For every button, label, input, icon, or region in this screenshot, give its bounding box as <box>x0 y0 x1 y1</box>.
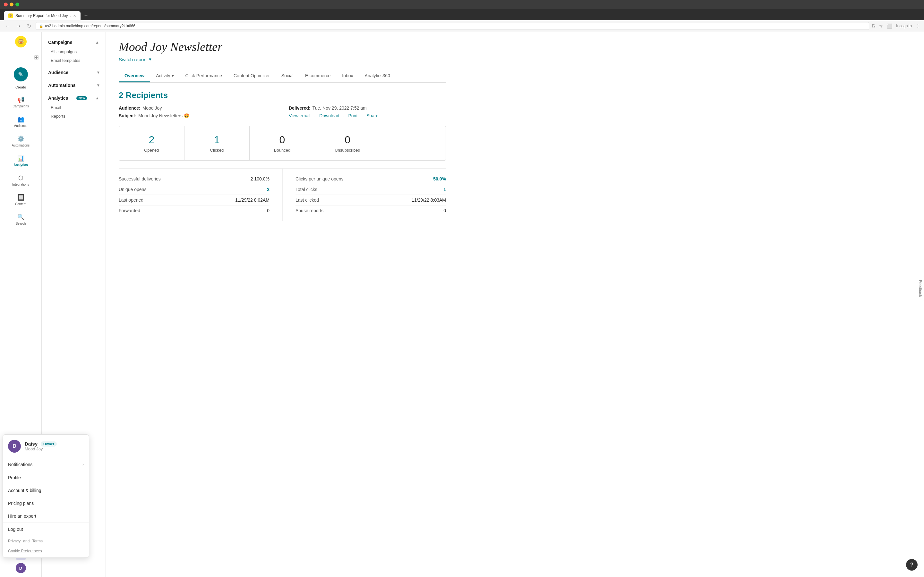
automations-header[interactable]: Automations ▾ <box>42 80 105 90</box>
sidebar-label-campaigns: Campaigns <box>13 105 29 108</box>
cast-icon[interactable]: ⎘ <box>872 23 875 29</box>
email-actions: View email · Download · Print · Share <box>289 113 446 118</box>
account-billing-label: Account & billing <box>8 488 41 493</box>
email-templates-item[interactable]: Email templates <box>42 56 105 65</box>
last-clicked-value: 11/29/22 8:03AM <box>412 197 446 203</box>
menu-icon[interactable]: ⋮ <box>916 23 920 29</box>
audience-label: Audience: <box>119 105 141 111</box>
data-row-last-opened: Last opened 11/29/22 8:02AM <box>119 195 270 205</box>
tab-activity[interactable]: Activity ▾ <box>150 70 179 82</box>
activity-dropdown[interactable]: Activity ▾ <box>156 73 174 78</box>
sidebar-item-automations[interactable]: ⚙️ Automations <box>3 132 39 150</box>
last-clicked-label: Last clicked <box>296 197 319 203</box>
share-link[interactable]: Share <box>367 113 378 118</box>
analytics-header[interactable]: Analytics New ▲ <box>42 93 105 103</box>
create-button[interactable]: ✎ <box>14 67 28 81</box>
terms-link[interactable]: Terms <box>32 539 43 543</box>
analytics-reports-item[interactable]: Reports <box>42 112 105 121</box>
unique-opens-value: 2 <box>267 187 270 192</box>
cookie-preferences-link[interactable]: Cookie Preferences <box>8 549 42 553</box>
menu-item-account-billing[interactable]: Account & billing <box>3 484 89 497</box>
maximize-window-button[interactable] <box>15 3 19 6</box>
sidebar-item-campaigns[interactable]: 📢 Campaigns <box>3 93 39 111</box>
stat-placeholder <box>380 126 446 160</box>
automations-section: Automations ▾ <box>42 80 105 90</box>
refresh-button[interactable]: ↻ <box>26 23 32 30</box>
user-menu-org: Mood Joy <box>25 446 57 451</box>
tab-bar: 🐵 Summary Report for Mood Joy... × + <box>0 9 924 20</box>
tab-social[interactable]: Social <box>276 70 299 82</box>
feedback-tab[interactable]: Feedback <box>916 276 924 301</box>
bounced-number: 0 <box>255 134 310 146</box>
delivered-label: Delivered: <box>289 105 310 111</box>
data-row-clicks-per-opens: Clicks per unique opens 50.0% <box>296 174 446 184</box>
abuse-reports-value: 0 <box>443 208 446 213</box>
new-tab-button[interactable]: + <box>82 11 90 20</box>
menu-item-hire-expert[interactable]: Hire an expert <box>3 510 89 522</box>
privacy-link[interactable]: Privacy <box>8 539 21 543</box>
sidebar-item-content[interactable]: 🔲 Content <box>3 191 39 209</box>
menu-item-notifications[interactable]: Notifications › <box>3 458 89 471</box>
tab-click-performance[interactable]: Click Performance <box>180 70 228 82</box>
incognito-label: Incognito <box>896 24 912 28</box>
minimize-window-button[interactable] <box>10 3 13 6</box>
tab-ecommerce[interactable]: E-commerce <box>299 70 336 82</box>
user-avatar-button[interactable]: D <box>16 563 26 573</box>
bookmark-icon[interactable]: ☆ <box>879 23 883 29</box>
audience-chevron-icon: ▾ <box>97 70 99 75</box>
tab-close-button[interactable]: × <box>73 13 76 18</box>
back-button[interactable]: ← <box>4 23 11 29</box>
footer-and: and <box>23 539 29 543</box>
campaigns-header[interactable]: Campaigns ▲ <box>42 37 105 47</box>
menu-item-profile[interactable]: Profile <box>3 471 89 484</box>
sidebar-toggle-button[interactable]: ⊞ <box>34 54 39 61</box>
address-bar[interactable]: 🔒 us21.admin.mailchimp.com/reports/summa… <box>36 22 869 30</box>
view-email-link[interactable]: View email <box>289 113 310 118</box>
sidebar-item-audience[interactable]: 👥 Audience <box>3 113 39 131</box>
pricing-label: Pricing plans <box>8 501 34 506</box>
print-link[interactable]: Print <box>348 113 357 118</box>
campaigns-chevron-icon: ▲ <box>95 40 99 45</box>
tab-title: Summary Report for Mood Joy... <box>15 13 71 18</box>
secure-icon: 🔒 <box>39 24 43 28</box>
help-button[interactable]: ? <box>906 559 918 571</box>
download-link[interactable]: Download <box>319 113 339 118</box>
unsubscribed-number: 0 <box>320 134 375 146</box>
sidebar-label-analytics: Analytics <box>13 163 27 167</box>
tab-analytics360[interactable]: Analytics360 <box>359 70 396 82</box>
stat-clicked: 1 Clicked <box>184 126 250 160</box>
active-tab[interactable]: 🐵 Summary Report for Mood Joy... × <box>4 11 81 20</box>
extension-icon[interactable]: ⬜ <box>887 23 892 29</box>
data-row-forwarded: Forwarded 0 <box>119 205 270 216</box>
data-col-left: Successful deliveries 2 100.0% Unique op… <box>119 169 282 221</box>
sidebar-item-analytics[interactable]: 📊 Analytics <box>3 152 39 170</box>
stat-bounced: 0 Bounced <box>250 126 315 160</box>
menu-item-pricing[interactable]: Pricing plans <box>3 497 89 510</box>
clicked-number: 1 <box>190 134 244 146</box>
data-col-right: Clicks per unique opens 50.0% Total clic… <box>282 169 446 221</box>
abuse-reports-label: Abuse reports <box>296 208 323 213</box>
sidebar-item-search[interactable]: 🔍 Search <box>3 210 39 229</box>
switch-report-label: Switch report <box>119 57 147 62</box>
menu-item-logout[interactable]: Log out <box>3 523 89 536</box>
tab-content-optimizer[interactable]: Content Optimizer <box>228 70 276 82</box>
profile-label: Profile <box>8 475 21 480</box>
integrations-icon: ⬡ <box>18 174 23 181</box>
sidebar-item-integrations[interactable]: ⬡ Integrations <box>3 171 39 189</box>
delivered-value: Tue, Nov 29, 2022 7:52 am <box>312 105 367 111</box>
svg-text:🐵: 🐵 <box>17 38 25 45</box>
audience-header[interactable]: Audience ▾ <box>42 67 105 77</box>
total-clicks-label: Total clicks <box>296 187 317 192</box>
tab-overview[interactable]: Overview <box>119 70 150 82</box>
switch-report-button[interactable]: Switch report ▾ <box>119 56 446 62</box>
close-window-button[interactable] <box>4 3 8 6</box>
analytics-email-item[interactable]: Email <box>42 103 105 112</box>
notifications-label: Notifications <box>8 462 32 467</box>
automations-header-label: Automations <box>48 83 76 88</box>
all-campaigns-item[interactable]: All campaigns <box>42 47 105 56</box>
tab-inbox[interactable]: Inbox <box>336 70 359 82</box>
user-menu-dropdown: D Daisy Owner Mood Joy Notifications › P… <box>3 434 89 558</box>
forward-button[interactable]: → <box>15 23 23 29</box>
data-row-unique-opens: Unique opens 2 <box>119 184 270 195</box>
data-row-total-clicks: Total clicks 1 <box>296 184 446 195</box>
